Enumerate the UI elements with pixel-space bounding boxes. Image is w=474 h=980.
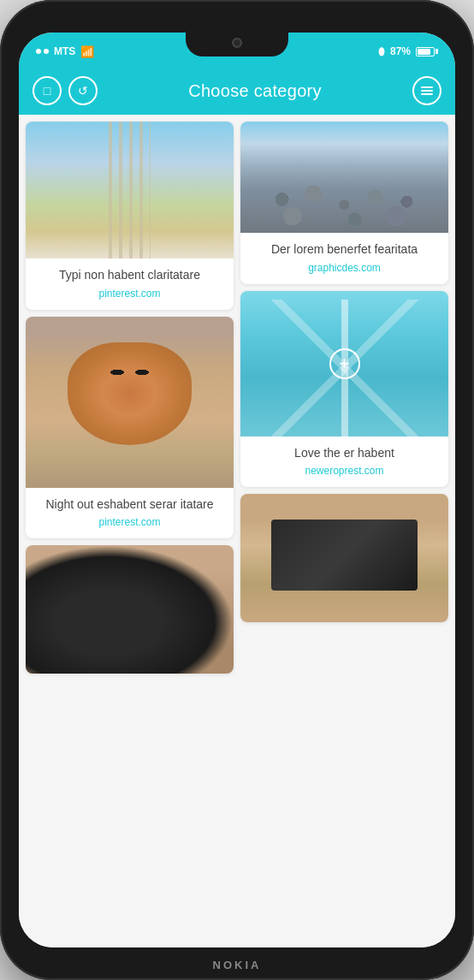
header-icon-refresh-btn[interactable]: ↺ [68,76,98,105]
app-header: □ ↺ Choose category [19,67,455,115]
card-camera-hand[interactable] [240,494,448,622]
card-rocks-link[interactable]: graphicdes.com [251,262,438,274]
left-column: Typi non habent claritatare pinterest.co… [26,122,234,674]
card-bridge[interactable]: + Love the er habent neweroprest.com [240,291,448,488]
card-fox[interactable]: Night out eshabent serar itatare pintere… [26,317,234,539]
status-right: ⬮ 87% [378,45,438,57]
content-area[interactable]: Typi non habent claritatare pinterest.co… [19,115,455,947]
card-beach[interactable]: Typi non habent claritatare pinterest.co… [26,122,234,310]
phone-frame: MTS 📶 ⬮ 87% □ ↺ [0,0,474,980]
card-beach-image [26,122,234,258]
signal-dot-2 [44,49,49,54]
card-fox-image [26,317,234,488]
menu-line-2 [421,90,433,92]
header-left-icons: □ ↺ [33,76,98,105]
card-rocks-body: Der lorem benerfet fearitata graphicdes.… [240,233,448,284]
card-beach-body: Typi non habent claritatare pinterest.co… [26,258,234,310]
menu-button[interactable] [412,76,441,105]
battery-icon [416,47,438,56]
card-rocks-title: Der lorem benerfet fearitata [251,241,438,258]
card-phone-hand[interactable] [26,545,234,674]
square-icon: □ [44,84,50,98]
card-bridge-title: Love the er habent [251,445,438,462]
signal-dot-1 [36,49,41,54]
phone-screen: MTS 📶 ⬮ 87% □ ↺ [19,33,455,947]
front-camera [232,38,242,48]
card-bridge-link[interactable]: neweroprest.com [251,465,438,477]
menu-line-1 [421,86,433,88]
card-fox-link[interactable]: pinterest.com [36,516,223,528]
carrier-name: MTS [54,45,75,57]
status-left: MTS 📶 [36,45,94,58]
bluetooth-icon: ⬮ [378,45,385,57]
menu-line-3 [421,93,433,95]
battery-body [416,47,435,56]
bridge-plus-button[interactable]: + [329,348,360,379]
card-bridge-body: Love the er habent neweroprest.com [240,437,448,488]
card-bridge-image: + [240,291,448,437]
card-rocks[interactable]: Der lorem benerfet fearitata graphicdes.… [240,122,448,284]
battery-percent: 87% [390,45,411,57]
phone-notch [186,33,288,56]
right-column: Der lorem benerfet fearitata graphicdes.… [240,122,448,622]
refresh-icon: ↺ [78,84,88,98]
phone-brand: NOKIA [213,959,262,971]
card-beach-title: Typi non habent claritatare [36,267,223,284]
header-icon-square-btn[interactable]: □ [33,76,62,105]
wifi-icon: 📶 [80,45,94,58]
card-phone-hand-image [26,545,234,674]
card-fox-body: Night out eshabent serar itatare pintere… [26,488,234,539]
card-rocks-image [240,122,448,233]
battery-fill [418,49,430,55]
card-beach-link[interactable]: pinterest.com [36,288,223,300]
masonry-grid: Typi non habent claritatare pinterest.co… [26,122,448,674]
page-title: Choose category [188,81,322,101]
battery-tip [435,49,438,54]
card-fox-title: Night out eshabent serar itatare [36,496,223,514]
card-camera-hand-image [240,494,448,622]
signal-dots [36,49,49,54]
